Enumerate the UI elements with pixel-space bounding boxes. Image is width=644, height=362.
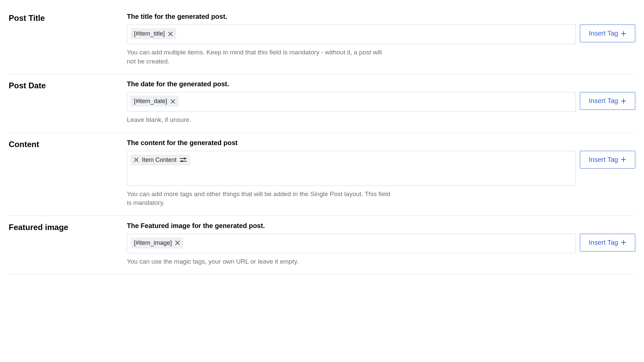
row-right: The content for the generated post Item … bbox=[127, 139, 635, 208]
plus-icon bbox=[621, 240, 626, 245]
insert-tag-button[interactable]: Insert Tag bbox=[580, 92, 635, 110]
help-featured-image: You can use the magic tags, your own URL… bbox=[127, 257, 392, 266]
close-icon[interactable] bbox=[168, 32, 173, 36]
label-featured-image: Featured image bbox=[9, 222, 127, 232]
row-post-date: Post Date The date for the generated pos… bbox=[9, 74, 635, 133]
help-post-date: Leave blank, if unsure. bbox=[127, 116, 392, 125]
insert-tag-button[interactable]: Insert Tag bbox=[580, 234, 635, 252]
label-post-date: Post Date bbox=[9, 80, 127, 91]
input-line: [#item_title] Insert Tag bbox=[127, 25, 635, 44]
row-right: The Featured image for the generated pos… bbox=[127, 222, 635, 266]
tag-text: [#item_title] bbox=[134, 30, 165, 37]
insert-tag-label: Insert Tag bbox=[589, 30, 618, 37]
content-input[interactable]: Item Content bbox=[127, 151, 576, 186]
plus-icon bbox=[621, 31, 626, 36]
close-icon[interactable] bbox=[170, 99, 175, 104]
row-content: Content The content for the generated po… bbox=[9, 133, 635, 216]
insert-tag-label: Insert Tag bbox=[589, 156, 618, 164]
row-left: Post Date bbox=[9, 80, 127, 125]
tag-chip-item-date: [#item_date] bbox=[131, 96, 179, 107]
plus-icon bbox=[621, 157, 626, 162]
post-date-input[interactable]: [#item_date] bbox=[127, 92, 576, 111]
tag-chip-item-content: Item Content bbox=[131, 154, 190, 166]
row-left: Featured image bbox=[9, 222, 127, 266]
input-line: [#item_date] Insert Tag bbox=[127, 92, 635, 111]
input-line: [#item_image] Insert Tag bbox=[127, 234, 635, 253]
desc-post-title: The title for the generated post. bbox=[127, 13, 635, 20]
desc-post-date: The date for the generated post. bbox=[127, 80, 635, 88]
post-title-input[interactable]: [#item_title] bbox=[127, 25, 576, 44]
help-post-title: You can add multiple items. Keep in mind… bbox=[127, 48, 392, 66]
insert-tag-button[interactable]: Insert Tag bbox=[580, 25, 635, 42]
insert-tag-button[interactable]: Insert Tag bbox=[580, 151, 635, 169]
row-featured-image: Featured image The Featured image for th… bbox=[9, 216, 635, 275]
label-post-title: Post Title bbox=[9, 13, 127, 23]
sliders-icon[interactable] bbox=[180, 157, 187, 163]
row-post-title: Post Title The title for the generated p… bbox=[9, 7, 635, 74]
svg-point-1 bbox=[184, 158, 185, 160]
row-right: The title for the generated post. [#item… bbox=[127, 13, 635, 66]
insert-tag-label: Insert Tag bbox=[589, 239, 618, 246]
close-icon[interactable] bbox=[175, 240, 180, 245]
row-left: Post Title bbox=[9, 13, 127, 66]
help-content: You can add more tags and other things t… bbox=[127, 190, 392, 208]
plus-icon bbox=[621, 98, 626, 104]
input-line: Item Content Insert Tag bbox=[127, 151, 635, 186]
tag-chip-item-image: [#item_image] bbox=[131, 237, 183, 248]
label-content: Content bbox=[9, 139, 127, 149]
close-icon[interactable] bbox=[134, 157, 139, 162]
tag-chip-item-title: [#item_title] bbox=[131, 28, 176, 39]
row-left: Content bbox=[9, 139, 127, 208]
tag-text: Item Content bbox=[142, 156, 177, 164]
featured-image-input[interactable]: [#item_image] bbox=[127, 234, 576, 253]
desc-featured-image: The Featured image for the generated pos… bbox=[127, 222, 635, 230]
tag-text: [#item_image] bbox=[134, 239, 172, 246]
desc-content: The content for the generated post bbox=[127, 139, 635, 147]
svg-point-3 bbox=[181, 161, 183, 162]
insert-tag-label: Insert Tag bbox=[589, 97, 618, 105]
row-right: The date for the generated post. [#item_… bbox=[127, 80, 635, 125]
tag-text: [#item_date] bbox=[134, 98, 167, 105]
